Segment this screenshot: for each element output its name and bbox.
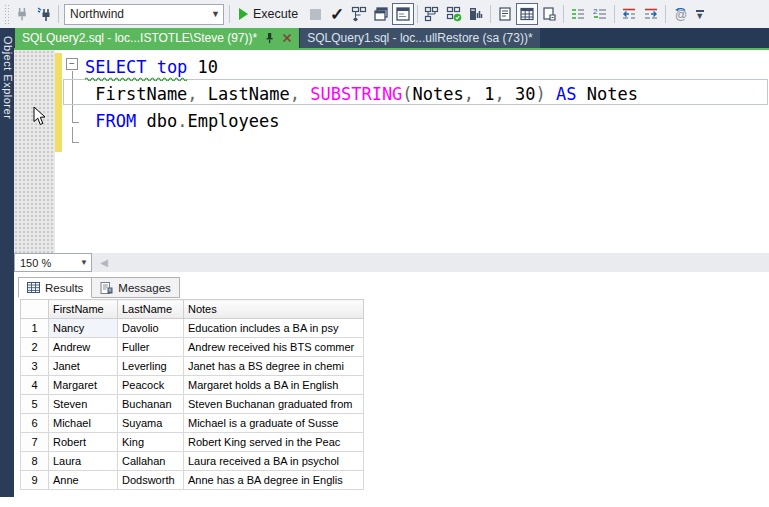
editor-hscrollbar[interactable]: 150 % ▼ ◀ [14, 253, 769, 272]
cell-notes[interactable]: Anne has a BA degree in Englis [184, 471, 364, 490]
tab-results-label: Results [45, 282, 83, 294]
column-header-firstname[interactable]: FirstName [49, 300, 118, 319]
code-line-3[interactable]: FROM dbo.Employees [85, 108, 280, 135]
cell-lastname[interactable]: Suyama [118, 414, 184, 433]
cell-lastname[interactable]: Leverling [118, 357, 184, 376]
tab-messages[interactable]: Messages [92, 277, 179, 298]
cell-firstname[interactable]: Margaret [49, 376, 118, 395]
cell-firstname[interactable]: Janet [49, 357, 118, 376]
decrease-indent-button[interactable] [618, 3, 640, 25]
cell-notes[interactable]: Steven Buchanan graduated from [184, 395, 364, 414]
cell-lastname[interactable]: Peacock [118, 376, 184, 395]
tab-results[interactable]: Results [18, 277, 92, 298]
client-statistics-button[interactable] [465, 3, 487, 25]
parse-check-icon: ✓ [330, 6, 344, 23]
comment-icon [570, 6, 586, 22]
cell-firstname[interactable]: Laura [49, 452, 118, 471]
results-to-text-button[interactable] [494, 3, 516, 25]
row-number[interactable]: 9 [21, 471, 49, 490]
cancel-query-button[interactable] [304, 3, 326, 25]
cell-lastname[interactable]: Fuller [118, 338, 184, 357]
results-to-grid-button[interactable] [516, 3, 538, 25]
cell-firstname[interactable]: Robert [49, 433, 118, 452]
svg-text:2: 2 [593, 7, 598, 16]
chevron-down-icon[interactable]: ▼ [77, 258, 91, 267]
cell-notes[interactable]: Laura received a BA in psychol [184, 452, 364, 471]
cell-notes[interactable]: Education includes a BA in psy [184, 319, 364, 338]
scroll-left-arrow[interactable]: ◀ [96, 253, 112, 272]
cell-lastname[interactable]: Buchanan [118, 395, 184, 414]
results-grid-icon [27, 282, 40, 293]
tab-sqlquery2[interactable]: SQLQuery2.sql - loc...ISTOTLE\Steve (97)… [15, 28, 299, 48]
comment-button[interactable] [567, 3, 589, 25]
actual-execution-plan-button[interactable] [443, 3, 465, 25]
row-number[interactable]: 3 [21, 357, 49, 376]
cell-firstname[interactable]: Steven [49, 395, 118, 414]
ssms-window: Northwind ▼ Execute ✓ [0, 0, 769, 507]
database-selector[interactable]: Northwind ▼ [64, 4, 224, 25]
decrease-indent-icon [621, 6, 637, 22]
results-to-file-icon [541, 6, 557, 22]
execute-button[interactable]: Execute [233, 3, 304, 25]
close-icon[interactable] [282, 33, 292, 43]
column-header-lastname[interactable]: LastName [118, 300, 184, 319]
row-number[interactable]: 7 [21, 433, 49, 452]
cell-lastname[interactable]: Davolio [118, 319, 184, 338]
row-number[interactable]: 4 [21, 376, 49, 395]
row-number[interactable]: 5 [21, 395, 49, 414]
live-query-statistics-icon [424, 6, 440, 22]
cell-firstname[interactable]: Anne [49, 471, 118, 490]
cell-notes[interactable]: Margaret holds a BA in English [184, 376, 364, 395]
live-query-statistics-button[interactable] [421, 3, 443, 25]
increase-indent-button[interactable] [640, 3, 662, 25]
uncomment-button[interactable]: 2 [589, 3, 611, 25]
execute-play-icon [239, 8, 248, 20]
template-parameters-button[interactable]: @ [669, 3, 691, 25]
table-row: 9 Anne Dodsworth Anne has a BA degree in… [21, 471, 364, 490]
tab-messages-label: Messages [118, 282, 170, 294]
row-number-header[interactable] [21, 300, 49, 319]
cell-notes[interactable]: Janet has a BS degree in chemi [184, 357, 364, 376]
cell-lastname[interactable]: King [118, 433, 184, 452]
mouse-cursor [33, 106, 47, 126]
cell-notes[interactable]: Robert King served in the Peac [184, 433, 364, 452]
row-number[interactable]: 6 [21, 414, 49, 433]
zoom-selector[interactable]: 150 % ▼ [14, 253, 92, 272]
row-number[interactable]: 2 [21, 338, 49, 357]
cell-firstname[interactable]: Andrew [49, 338, 118, 357]
cancel-query-icon [310, 9, 321, 20]
toolbar-overflow-button[interactable]: ▼ [695, 10, 704, 18]
object-explorer-collapsed-tab[interactable]: Object Explorer [0, 28, 14, 497]
cell-lastname[interactable]: Dodsworth [118, 471, 184, 490]
query-options-button[interactable] [370, 3, 392, 25]
display-estimated-plan-button[interactable] [348, 3, 370, 25]
cell-firstname[interactable]: Nancy [49, 319, 118, 338]
column-header-notes[interactable]: Notes [184, 300, 364, 319]
table-row: 3 Janet Leverling Janet has a BS degree … [21, 357, 364, 376]
parse-button[interactable]: ✓ [326, 3, 348, 25]
chevron-down-icon[interactable]: ▼ [208, 9, 223, 19]
cell-notes[interactable]: Andrew received his BTS commer [184, 338, 364, 357]
fold-region-line [72, 127, 73, 143]
change-connection-icon[interactable] [33, 3, 55, 25]
pin-icon[interactable] [264, 32, 275, 44]
results-grid: FirstName LastName Notes 1 Nancy Davolio… [20, 299, 364, 490]
row-number[interactable]: 8 [21, 452, 49, 471]
document-tabstrip: SQLQuery2.sql - loc...ISTOTLE\Steve (97)… [0, 28, 769, 48]
table-row: 1 Nancy Davolio Education includes a BA … [21, 319, 364, 338]
connect-icon[interactable] [11, 3, 33, 25]
tab-sqlquery1[interactable]: SQLQuery1.sql - loc...ullRestore (sa (73… [300, 28, 539, 48]
fold-collapse-toggle[interactable]: − [66, 58, 78, 70]
zoom-value: 150 % [15, 257, 77, 269]
cell-firstname[interactable]: Michael [49, 414, 118, 433]
intellisense-enabled-button[interactable] [392, 3, 414, 25]
row-number[interactable]: 1 [21, 319, 49, 338]
code-line-2[interactable]: FirstName, LastName, SUBSTRING(Notes, 1,… [85, 81, 638, 108]
toolbar-grip[interactable] [4, 4, 9, 24]
client-statistics-icon [468, 6, 484, 22]
cell-notes[interactable]: Michael is a graduate of Susse [184, 414, 364, 433]
sql-editor[interactable]: − SELECT top 10 FirstName, LastName, SUB… [14, 50, 769, 253]
cell-lastname[interactable]: Callahan [118, 452, 184, 471]
results-to-text-icon [497, 6, 513, 22]
results-to-file-button[interactable] [538, 3, 560, 25]
